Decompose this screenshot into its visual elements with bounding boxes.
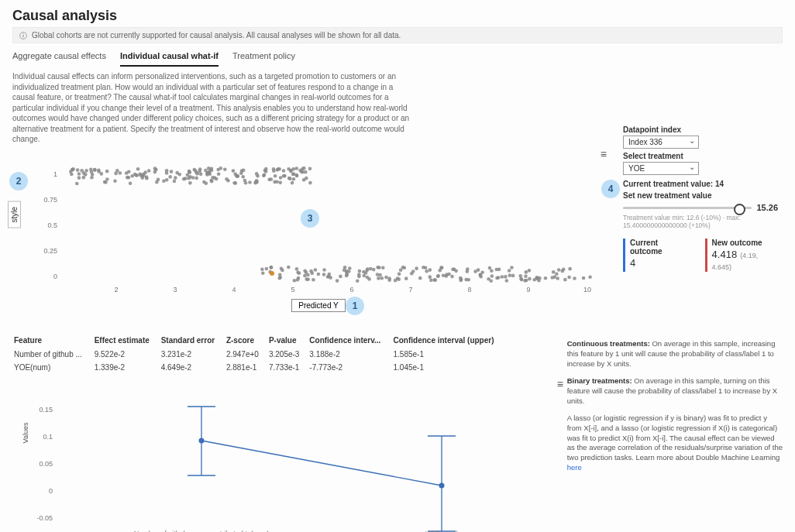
svg-point-195 (552, 269, 556, 273)
svg-point-259 (508, 269, 511, 273)
tab-individual[interactable]: Individual causal what-if (120, 46, 219, 67)
svg-point-177 (282, 169, 286, 173)
svg-point-155 (119, 171, 122, 175)
info-banner: Global cohorts are not currently support… (12, 27, 783, 43)
svg-point-305 (445, 273, 449, 276)
svg-text:4: 4 (232, 286, 236, 293)
svg-point-327 (511, 273, 515, 277)
th-ciu[interactable]: Confidence interval (upper) (394, 334, 508, 347)
svg-text:0.25: 0.25 (43, 247, 57, 255)
table-row[interactable]: Number of github ...9.522e-2 3.231e-22.9… (14, 348, 507, 360)
svg-point-310 (438, 268, 442, 272)
svg-point-220 (429, 278, 433, 282)
svg-point-97 (165, 177, 169, 181)
hamburger-icon[interactable]: ≡ (557, 378, 563, 390)
svg-point-256 (497, 267, 501, 271)
svg-point-335 (568, 266, 572, 270)
th-p[interactable]: P-value (269, 334, 308, 347)
svg-point-303 (298, 271, 301, 275)
svg-point-240 (397, 277, 401, 281)
whatif-panel: Datapoint index Index 336 Select treatme… (623, 122, 778, 272)
svg-point-208 (398, 272, 401, 276)
svg-point-125 (165, 171, 169, 175)
svg-point-148 (300, 170, 304, 173)
callout-3: 3 (301, 209, 319, 228)
scatter-chart[interactable]: ≡ 0 0.25 0.5 0.75 1 2 3 4 (36, 151, 601, 321)
svg-point-174 (182, 177, 186, 180)
th-effect[interactable]: Effect estimate (95, 334, 160, 347)
svg-point-132 (115, 169, 119, 173)
svg-point-201 (345, 273, 349, 277)
th-z[interactable]: Z-score (226, 334, 267, 347)
svg-point-268 (314, 268, 318, 272)
selected-datapoint-icon[interactable] (270, 271, 274, 276)
th-feature[interactable]: Feature (14, 334, 93, 347)
svg-point-302 (261, 271, 265, 275)
svg-point-264 (303, 273, 307, 277)
svg-point-92 (75, 181, 79, 185)
svg-point-135 (186, 173, 190, 177)
svg-point-104 (277, 166, 280, 170)
svg-point-134 (242, 168, 246, 172)
svg-text:5: 5 (291, 286, 294, 293)
table-row[interactable]: YOE(num)1.339e-2 4.649e-22.881e-1 7.733e… (14, 362, 507, 373)
svg-point-187 (556, 276, 559, 280)
slider-range-note: Treatment value min: 12.6 (-10%) · max: … (623, 214, 778, 229)
slider-thumb-icon[interactable] (734, 204, 745, 215)
svg-point-180 (358, 269, 362, 273)
svg-point-66 (126, 175, 129, 179)
th-stderr[interactable]: Standard error (161, 334, 225, 347)
svg-point-231 (372, 267, 376, 271)
svg-text:0.5: 0.5 (47, 221, 57, 229)
datapoint-select[interactable]: Index 336 (623, 136, 699, 149)
svg-point-146 (168, 175, 172, 179)
info-icon (19, 32, 27, 39)
svg-point-169 (194, 170, 198, 174)
svg-point-77 (177, 172, 181, 176)
svg-point-248 (479, 273, 483, 276)
svg-point-74 (71, 167, 74, 171)
svg-point-189 (381, 266, 385, 269)
description-text: Individual causal effects can inform per… (12, 71, 415, 145)
datapoint-label: Datapoint index (623, 125, 778, 134)
info-banner-text: Global cohorts are not currently support… (32, 31, 401, 39)
svg-point-299 (362, 273, 366, 277)
tab-aggregate[interactable]: Aggregate causal effects (12, 46, 106, 67)
svg-point-234 (505, 279, 509, 283)
errorbar-chart[interactable]: ≡ Values -0.05 0 0.05 0.1 0.15 (23, 383, 558, 533)
svg-point-198 (322, 268, 326, 272)
svg-point-16 (308, 180, 312, 184)
svg-point-291 (525, 278, 528, 282)
svg-point-218 (295, 267, 299, 271)
tab-policy[interactable]: Treatment policy (232, 46, 295, 67)
svg-point-203 (356, 279, 360, 283)
svg-point-336 (326, 275, 330, 279)
th-cil[interactable]: Confidence interv... (309, 334, 391, 347)
svg-point-41 (97, 170, 101, 173)
svg-point-235 (567, 275, 571, 279)
x-axis-button[interactable]: Predicted Y (291, 299, 346, 312)
svg-point-114 (194, 176, 198, 180)
treatment-select[interactable]: YOE (623, 162, 699, 175)
svg-text:0: 0 (53, 273, 57, 280)
svg-point-116 (239, 171, 243, 175)
svg-point-323 (345, 270, 349, 274)
effects-table: Feature Effect estimate Standard error Z… (12, 332, 508, 375)
svg-point-167 (89, 167, 93, 171)
svg-point-325 (336, 279, 339, 283)
svg-point-359 (199, 438, 205, 443)
svg-point-219 (280, 266, 284, 270)
svg-point-157 (145, 176, 149, 180)
svg-point-229 (528, 276, 532, 280)
svg-text:8: 8 (467, 286, 471, 293)
svg-point-47 (77, 172, 81, 176)
svg-point-154 (292, 177, 296, 180)
svg-point-333 (278, 276, 282, 280)
svg-point-319 (562, 267, 566, 271)
treatment-slider[interactable] (623, 207, 752, 209)
hamburger-icon[interactable]: ≡ (601, 148, 606, 160)
svg-text:0: 0 (49, 487, 53, 495)
svg-point-360 (439, 482, 445, 488)
dml-link[interactable]: here (567, 463, 582, 472)
svg-point-311 (380, 276, 384, 280)
